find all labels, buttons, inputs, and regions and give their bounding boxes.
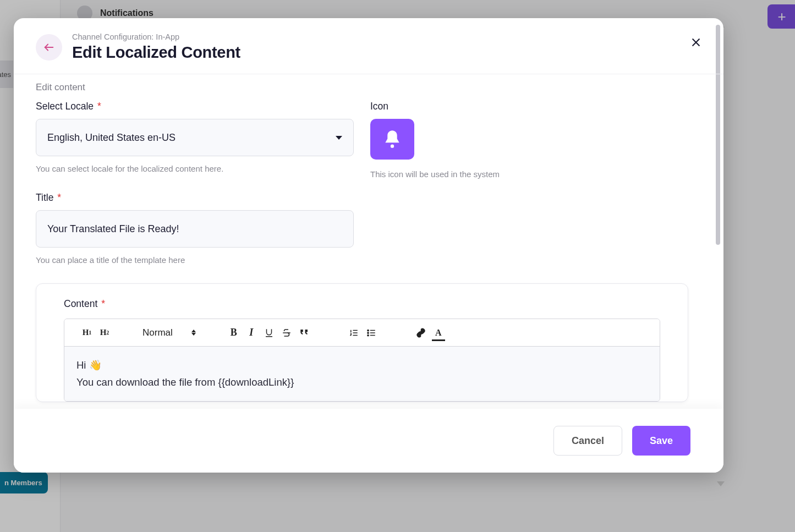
ordered-list-icon bbox=[349, 328, 359, 338]
edit-localized-content-modal: Channel Configuration: In-App Edit Local… bbox=[14, 18, 723, 473]
arrow-left-icon bbox=[43, 41, 55, 53]
title-helper: You can place a title of the template he… bbox=[36, 255, 354, 265]
close-button[interactable] bbox=[688, 35, 704, 50]
scroll-arrow-down-icon[interactable] bbox=[717, 481, 725, 486]
editor-textarea[interactable]: Hi 👋 You can download the file from {{do… bbox=[64, 347, 660, 401]
chevron-down-icon bbox=[336, 136, 342, 140]
toolbar-ol-button[interactable] bbox=[348, 327, 360, 339]
toolbar-h1-button[interactable]: H1 bbox=[81, 327, 93, 339]
required-asterisk: * bbox=[95, 101, 101, 112]
toolbar-underline-button[interactable] bbox=[263, 327, 275, 339]
editor-line-1: Hi 👋 bbox=[76, 357, 648, 374]
close-icon bbox=[690, 36, 702, 48]
modal-header: Channel Configuration: In-App Edit Local… bbox=[14, 18, 723, 74]
unordered-list-icon bbox=[366, 328, 376, 338]
toolbar-text-color-button[interactable]: A bbox=[432, 327, 445, 339]
bg-members-button[interactable]: n Members bbox=[0, 472, 48, 493]
content-label: Content * bbox=[64, 298, 660, 310]
toolbar-strike-button[interactable] bbox=[281, 327, 293, 339]
locale-helper: You can select locale for the localized … bbox=[36, 164, 354, 173]
quote-icon bbox=[299, 328, 309, 338]
content-editor: H1 H2 Normal B I bbox=[64, 319, 660, 402]
required-asterisk: * bbox=[98, 298, 105, 309]
required-asterisk: * bbox=[54, 192, 61, 203]
modal-title: Edit Localized Content bbox=[72, 43, 240, 62]
bg-tab-fragment: ates bbox=[0, 61, 13, 88]
wave-emoji-icon: 👋 bbox=[89, 359, 102, 371]
toolbar-ul-button[interactable] bbox=[365, 327, 377, 339]
toolbar-quote-button[interactable] bbox=[298, 327, 310, 339]
link-icon bbox=[416, 328, 426, 338]
toolbar-h2-button[interactable]: H2 bbox=[98, 327, 111, 339]
toolbar-link-button[interactable] bbox=[415, 327, 427, 339]
editor-line-2: You can download the file from {{downloa… bbox=[76, 374, 648, 391]
toolbar-bold-button[interactable]: B bbox=[228, 327, 240, 339]
modal-shell: Channel Configuration: In-App Edit Local… bbox=[14, 18, 723, 473]
svg-point-12 bbox=[368, 330, 369, 331]
modal-footer: Cancel Save bbox=[14, 409, 723, 473]
locale-column: Select Locale * English, United States e… bbox=[36, 101, 354, 265]
icon-column: Icon This icon will be used in the syste… bbox=[370, 101, 701, 265]
strikethrough-icon bbox=[282, 328, 292, 338]
locale-select[interactable]: English, United States en-US bbox=[36, 119, 354, 156]
toolbar-italic-button[interactable]: I bbox=[245, 327, 257, 339]
svg-point-14 bbox=[368, 334, 369, 336]
editor-toolbar: H1 H2 Normal B I bbox=[64, 319, 660, 347]
cancel-button[interactable]: Cancel bbox=[553, 426, 622, 456]
sort-arrows-icon bbox=[191, 330, 196, 336]
svg-point-3 bbox=[391, 145, 394, 148]
breadcrumb: Channel Configuration: In-App bbox=[72, 32, 240, 41]
icon-helper: This icon will be used in the system bbox=[370, 169, 701, 179]
locale-label: Select Locale * bbox=[36, 101, 354, 112]
bell-icon bbox=[382, 129, 403, 150]
svg-point-13 bbox=[368, 332, 369, 333]
content-card: Content * H1 H2 Normal bbox=[36, 283, 688, 402]
icon-preview[interactable] bbox=[370, 119, 414, 160]
section-label: Edit content bbox=[36, 82, 701, 93]
title-block: Title * You can place a title of the tem… bbox=[36, 192, 354, 265]
bg-header-title: Notifications bbox=[100, 8, 153, 18]
title-label: Title * bbox=[36, 192, 354, 204]
locale-select-value: English, United States en-US bbox=[47, 132, 176, 144]
title-input[interactable] bbox=[47, 223, 342, 235]
toolbar-paragraph-select[interactable]: Normal bbox=[140, 327, 198, 338]
bg-add-button[interactable]: + bbox=[767, 4, 795, 29]
back-button[interactable] bbox=[36, 34, 62, 61]
title-input-wrapper bbox=[36, 210, 354, 248]
modal-body: Edit content Select Locale * English, Un… bbox=[14, 74, 723, 409]
modal-header-text: Channel Configuration: In-App Edit Local… bbox=[72, 32, 240, 62]
save-button[interactable]: Save bbox=[632, 426, 690, 456]
underline-icon bbox=[264, 328, 274, 338]
icon-label: Icon bbox=[370, 101, 701, 112]
